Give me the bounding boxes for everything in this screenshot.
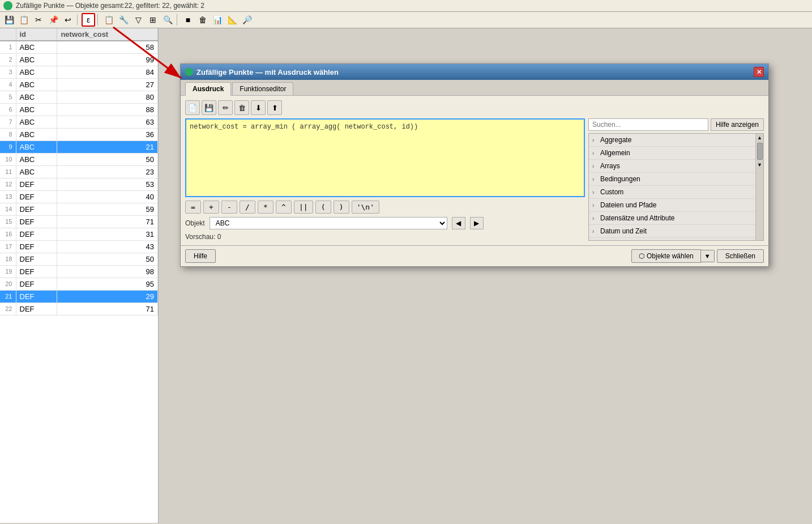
table-row[interactable]: 5 ABC 80	[0, 91, 158, 103]
row-num: 10	[0, 153, 16, 165]
scroll-down-btn[interactable]: ▼	[756, 161, 763, 169]
tb-btn5[interactable]: ■	[181, 13, 195, 27]
search-bar: Hilfe anzeigen	[588, 118, 764, 131]
category-item[interactable]: ›Dateien und Pfade	[589, 199, 755, 212]
table-row[interactable]: 17 DEF 43	[0, 240, 158, 253]
table-row[interactable]: 2 ABC 99	[0, 53, 158, 66]
category-item[interactable]: ›Custom	[589, 186, 755, 199]
table-row[interactable]: 10 ABC 50	[0, 153, 158, 165]
table-row[interactable]: 4 ABC 27	[0, 78, 158, 91]
main-toolbar: 💾 📋 ✂ 📌 ↩ ε 📋 🔧 ▽ ⊞ 🔍 ■ 🗑 📊 📐 🔎	[0, 12, 812, 28]
tb-paste[interactable]: 📌	[46, 13, 60, 27]
schliessen-button[interactable]: Schließen	[717, 249, 764, 263]
table-row[interactable]: 22 DEF 71	[0, 303, 158, 315]
tb-btn3[interactable]: 📋	[102, 13, 116, 27]
col-header-id[interactable]: id	[16, 28, 57, 41]
row-num: 21	[0, 290, 16, 303]
table-row[interactable]: 1 ABC 58	[0, 41, 158, 53]
op-minus[interactable]: -	[221, 201, 237, 214]
help-anzeigen-button[interactable]: Hilfe anzeigen	[711, 118, 764, 131]
tb-btn9[interactable]: 🔎	[240, 13, 254, 27]
qgis-logo	[3, 1, 12, 10]
table-row[interactable]: 16 DEF 31	[0, 228, 158, 240]
row-num: 5	[0, 91, 16, 103]
row-num: 8	[0, 128, 16, 140]
expr-import-btn[interactable]: ⬇	[251, 100, 266, 115]
expr-new-btn[interactable]: 📄	[185, 100, 200, 115]
col-header-network-cost[interactable]: network_cost	[57, 28, 158, 41]
table-row[interactable]: 13 DEF 40	[0, 190, 158, 203]
nav-prev-btn[interactable]: ◀	[452, 217, 465, 229]
vorschau-label: Vorschau:	[185, 233, 215, 241]
objekt-select[interactable]: ABC DEF	[210, 217, 447, 229]
hilfe-button[interactable]: Hilfe	[185, 249, 216, 263]
op-lparen[interactable]: (	[315, 201, 331, 214]
scroll-thumb[interactable]	[757, 143, 763, 160]
table-row[interactable]: 3 ABC 84	[0, 66, 158, 78]
row-num: 12	[0, 178, 16, 190]
table-row[interactable]: 18 DEF 50	[0, 253, 158, 265]
objekte-wahlen-button[interactable]: ⬡ Objekte wählen	[631, 249, 701, 263]
expr-delete-btn[interactable]: 🗑	[234, 100, 249, 115]
category-item[interactable]: ›Aggregate	[589, 134, 755, 147]
op-equals[interactable]: =	[185, 201, 201, 214]
category-item[interactable]: ›Allgemein	[589, 147, 755, 160]
cell-cost: 23	[57, 165, 158, 178]
category-item[interactable]: ›Datensätze und Attribute	[589, 212, 755, 225]
category-item[interactable]: ›Arrays	[589, 160, 755, 173]
table-row[interactable]: 15 DEF 71	[0, 215, 158, 228]
op-concat[interactable]: ||	[294, 201, 313, 214]
category-scrollbar[interactable]: ▲ ▼	[755, 134, 763, 240]
op-divide[interactable]: /	[240, 201, 255, 214]
data-table: id network_cost 1 ABC 58 2 ABC 99 3 ABC …	[0, 28, 158, 316]
tb-save[interactable]: 💾	[2, 13, 16, 27]
table-row[interactable]: 12 DEF 53	[0, 178, 158, 190]
cell-id: DEF	[16, 215, 57, 228]
tab-funktionseditor[interactable]: Funktionseditor	[232, 82, 293, 95]
tb-grid[interactable]: ⊞	[146, 13, 160, 27]
tab-ausdruck[interactable]: Ausdruck	[185, 82, 231, 96]
expr-save-btn[interactable]: 💾	[202, 100, 216, 115]
expr-export-btn[interactable]: ⬆	[267, 100, 282, 115]
tb-btn8[interactable]: 📐	[225, 13, 239, 27]
cat-arrow-icon: ›	[592, 228, 598, 235]
row-num: 13	[0, 190, 16, 203]
search-input[interactable]	[588, 118, 708, 131]
col-header-rownum	[0, 28, 16, 41]
table-row[interactable]: 11 ABC 23	[0, 165, 158, 178]
op-plus[interactable]: +	[203, 201, 219, 214]
tb-filter[interactable]: ▽	[131, 13, 145, 27]
category-item[interactable]: ›Farbe	[589, 238, 755, 240]
expression-editor[interactable]: network_cost = array_min ( array_agg( ne…	[185, 118, 585, 197]
table-row[interactable]: 14 DEF 59	[0, 203, 158, 215]
tb-select-expr[interactable]: ε	[82, 13, 95, 27]
scroll-up-btn[interactable]: ▲	[756, 134, 763, 142]
table-row[interactable]: 6 ABC 88	[0, 103, 158, 116]
tb-btn7[interactable]: 📊	[211, 13, 224, 27]
tb-btn6[interactable]: 🗑	[196, 13, 210, 27]
category-item[interactable]: ›Bedingungen	[589, 173, 755, 186]
op-rparen[interactable]: )	[334, 201, 349, 214]
table-row[interactable]: 20 DEF 95	[0, 278, 158, 290]
toolbar-sep-3	[177, 14, 179, 25]
table-row[interactable]: 8 ABC 36	[0, 128, 158, 140]
tb-undo[interactable]: ↩	[61, 13, 75, 27]
op-newline[interactable]: '\n'	[352, 201, 379, 214]
category-item[interactable]: ›Datum und Zeit	[589, 225, 755, 238]
table-row[interactable]: 7 ABC 63	[0, 116, 158, 128]
op-multiply[interactable]: *	[258, 201, 273, 214]
tb-zoom[interactable]: 🔍	[161, 13, 174, 27]
objekte-wahlen-dropdown[interactable]: ▼	[701, 250, 715, 262]
table-row[interactable]: 19 DEF 98	[0, 265, 158, 278]
dialog-close-button[interactable]: ✕	[754, 67, 764, 77]
op-caret[interactable]: ^	[276, 201, 292, 214]
expr-edit-btn[interactable]: ✏	[218, 100, 233, 115]
cell-id: DEF	[16, 228, 57, 240]
table-row[interactable]: 9 ABC 21	[0, 140, 158, 153]
nav-next-btn[interactable]: ▶	[470, 217, 484, 229]
tb-copy[interactable]: 📋	[17, 13, 31, 27]
table-row[interactable]: 21 DEF 29	[0, 290, 158, 303]
tb-btn4[interactable]: 🔧	[117, 13, 130, 27]
dialog-title-left: Zufällige Punkte — mit Ausdruck wählen	[185, 68, 339, 76]
tb-cut[interactable]: ✂	[32, 13, 45, 27]
